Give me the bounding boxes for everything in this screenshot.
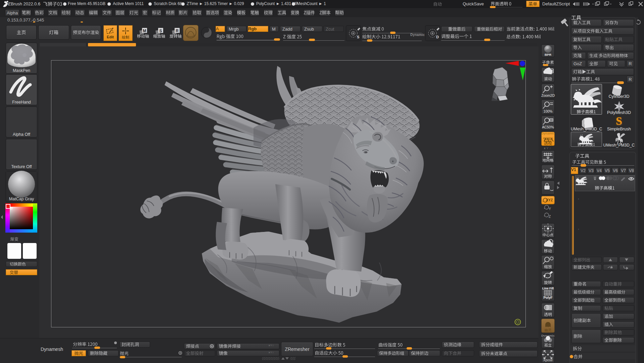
svg-text:S: S [159, 29, 162, 33]
svg-text:R: R [176, 29, 179, 33]
svg-text:M: M [143, 29, 146, 33]
